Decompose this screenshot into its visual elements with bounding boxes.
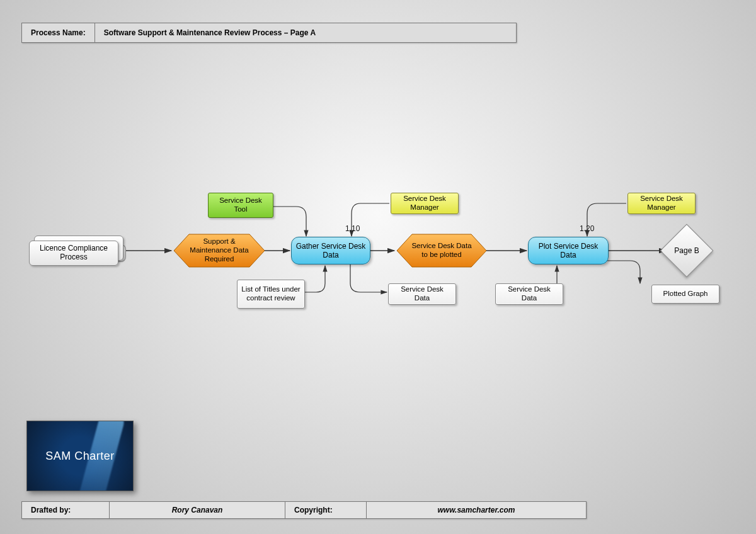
input-list-of-titles: List of Titles under contract review <box>237 280 305 309</box>
footer-drafted-label: Drafted by: <box>22 502 110 518</box>
process-plot-service-desk-data: Plot Service Desk Data <box>528 237 609 264</box>
logo-text: SAM Charter <box>45 450 115 463</box>
output-service-desk-data: Service Desk Data <box>388 283 456 305</box>
process-gather-service-desk-data: Gather Service Desk Data <box>291 237 370 264</box>
output-plotted-graph: Plotted Graph <box>651 285 719 304</box>
start-node: Licence Compliance Process <box>29 236 123 264</box>
logo-sam-charter: SAM Charter <box>26 421 134 491</box>
proc2-number: 1.20 <box>580 224 594 233</box>
footer-copyright-label: Copyright: <box>285 502 367 518</box>
proc1-number: 1.10 <box>345 224 360 233</box>
footer-drafted-value: Rory Canavan <box>110 502 285 518</box>
page-connector-label: Page B <box>674 246 699 255</box>
tool-service-desk: Service Desk Tool <box>208 193 273 218</box>
start-label: Licence Compliance Process <box>29 241 118 266</box>
title-label: Process Name: <box>22 23 95 42</box>
footer-bar: Drafted by: Rory Canavan Copyright: www.… <box>21 501 587 519</box>
role-service-desk-manager-2: Service Desk Manager <box>627 193 696 214</box>
role-service-desk-manager-1: Service Desk Manager <box>391 193 459 214</box>
page-connector: Page B <box>668 232 706 270</box>
footer-copyright-value: www.samcharter.com <box>367 502 586 518</box>
input-service-desk-data: Service Desk Data <box>495 283 563 305</box>
event-support-maintenance-required: Support & Maintenance Data Required <box>183 236 256 266</box>
title-value: Software Support & Maintenance Review Pr… <box>95 23 516 42</box>
event-data-to-be-plotted: Service Desk Data to be plotted <box>406 236 478 266</box>
title-bar: Process Name: Software Support & Mainten… <box>21 23 517 43</box>
